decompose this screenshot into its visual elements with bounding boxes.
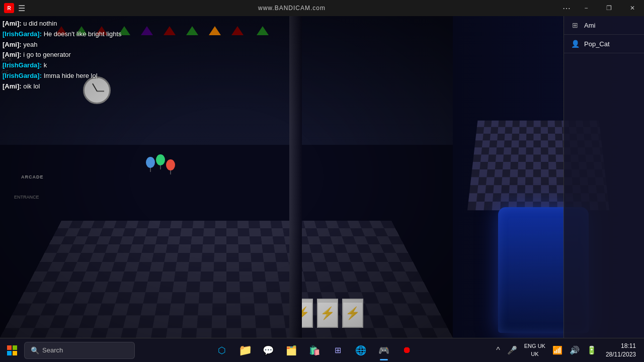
chat-message-4: [Ami]: i go to generator bbox=[3, 50, 122, 60]
svg-rect-3 bbox=[13, 351, 17, 355]
taskbar-roblox-button[interactable]: 🎮 bbox=[373, 339, 395, 361]
wifi-icon[interactable]: 📶 bbox=[550, 343, 565, 357]
chat-sender-5: [IrishGarda]: bbox=[3, 61, 42, 69]
language-display: ENG UK UK bbox=[522, 342, 547, 358]
clock-time: 18:11 bbox=[606, 342, 636, 350]
titlebar-left-section: R ☰ bbox=[0, 3, 25, 13]
window-controls: ⋯ − ❐ ✕ bbox=[558, 0, 644, 16]
svg-rect-0 bbox=[7, 345, 12, 350]
teams-icon: 💬 bbox=[263, 345, 274, 356]
svg-rect-1 bbox=[13, 345, 17, 350]
files-icon: 🗂️ bbox=[286, 345, 297, 356]
explorer-icon: 📁 bbox=[238, 344, 252, 357]
chat-text-5: k bbox=[44, 61, 47, 69]
clock-display[interactable]: 18:11 28/11/2023 bbox=[602, 342, 640, 359]
player-1-icon: ⊞ bbox=[570, 20, 580, 30]
chat-text-3: yeah bbox=[23, 41, 37, 48]
battery-taskbar-icon[interactable]: 🔋 bbox=[585, 343, 599, 357]
chat-sender-3: [Ami]: bbox=[3, 41, 22, 48]
arcade-sign: ARCADE bbox=[21, 174, 44, 179]
chat-message-6: [IrishGarda]: Imma hide here lol bbox=[3, 71, 122, 81]
taskbar-files-button[interactable]: 🗂️ bbox=[280, 339, 302, 361]
players-panel: ⊞ Ami 👤 Pop_Cat bbox=[564, 16, 644, 338]
player-2-icon: 👤 bbox=[570, 39, 580, 49]
player-entry-1: ⊞ Ami bbox=[564, 16, 644, 35]
svg-rect-2 bbox=[7, 351, 12, 355]
restore-button[interactable]: ❐ bbox=[598, 0, 621, 16]
close-button[interactable]: ✕ bbox=[621, 0, 644, 16]
game-viewport[interactable]: ARCADE ENTRANCE ACK AGE GE ⚡ ⚡ ⚡ bbox=[0, 16, 644, 338]
player-2-name: Pop_Cat bbox=[584, 40, 610, 48]
bing-icon: ⬡ bbox=[218, 345, 226, 356]
chat-sender-4: [Ami]: bbox=[3, 51, 22, 58]
checkered-floor bbox=[0, 221, 453, 338]
taskbar-record-button[interactable]: ⏺ bbox=[396, 339, 418, 361]
balloon-blue bbox=[146, 157, 155, 168]
edge-icon: 🌐 bbox=[355, 345, 366, 356]
hud-battery-icons: ⚡ ⚡ ⚡ bbox=[292, 299, 363, 328]
taskbar: 🔍 Search ⬡ 📁 💬 🗂️ 🛍️ ⊞ 🌐 bbox=[0, 338, 644, 362]
locale-code: UK bbox=[524, 350, 545, 358]
chevron-up-icon[interactable]: ^ bbox=[494, 344, 502, 357]
chat-text-6: Imma hide here lol bbox=[44, 72, 98, 79]
language-code: ENG UK bbox=[524, 342, 545, 350]
minimize-button[interactable]: − bbox=[575, 0, 598, 16]
search-icon: 🔍 bbox=[31, 346, 39, 354]
roblox-taskbar-icon: 🎮 bbox=[378, 345, 389, 356]
taskbar-teams-button[interactable]: 💬 bbox=[257, 339, 279, 361]
volume-icon[interactable]: 🔊 bbox=[568, 343, 582, 357]
titlebar: R ☰ www.BANDICAM.com ⋯ − ❐ ✕ bbox=[0, 0, 644, 16]
system-tray: ^ 🎤 ENG UK UK 📶 🔊 🔋 18:11 28/11/2023 bbox=[494, 342, 644, 359]
search-input[interactable]: Search bbox=[42, 346, 63, 354]
taskbar-apps: ⬡ 📁 💬 🗂️ 🛍️ ⊞ 🌐 🎮 ⏺ bbox=[135, 339, 494, 361]
chat-message-1: [Ami]: u did nothin bbox=[3, 19, 122, 29]
chat-text-2: He doesn't like bright lights bbox=[44, 30, 122, 38]
chat-sender-2: [IrishGarda]: bbox=[3, 30, 42, 38]
chat-text-1: u did nothin bbox=[23, 20, 57, 27]
battery-icon-2: ⚡ bbox=[317, 299, 338, 328]
player-entry-2: 👤 Pop_Cat bbox=[564, 35, 644, 53]
chat-overlay: [Ami]: u did nothin [IrishGarda]: He doe… bbox=[3, 19, 122, 92]
chat-message-7: [Ami]: oik lol bbox=[3, 81, 122, 92]
taskbar-explorer-button[interactable]: 📁 bbox=[234, 339, 256, 361]
chat-message-3: [Ami]: yeah bbox=[3, 40, 122, 50]
chat-text-7: oik lol bbox=[23, 82, 40, 90]
chat-icon[interactable]: ☰ bbox=[18, 4, 25, 13]
chat-sender-6: [IrishGarda]: bbox=[3, 72, 42, 79]
search-bar[interactable]: 🔍 Search bbox=[24, 342, 135, 359]
player-1-name: Ami bbox=[584, 22, 595, 29]
taskbar-appgrid-button[interactable]: ⊞ bbox=[327, 339, 349, 361]
clock-date: 28/11/2023 bbox=[606, 350, 636, 359]
record-icon: ⏺ bbox=[403, 345, 412, 355]
appgrid-icon: ⊞ bbox=[335, 345, 341, 355]
entrance-sign: ENTRANCE bbox=[14, 195, 39, 200]
taskbar-store-button[interactable]: 🛍️ bbox=[303, 339, 326, 361]
balloon-green bbox=[156, 154, 165, 165]
more-options-icon[interactable]: ⋯ bbox=[558, 0, 575, 16]
center-wall-pillar bbox=[289, 16, 302, 338]
taskbar-bing-button[interactable]: ⬡ bbox=[211, 339, 233, 361]
store-icon: 🛍️ bbox=[309, 345, 320, 356]
roblox-logo-icon: R bbox=[4, 3, 14, 13]
start-button[interactable] bbox=[0, 338, 24, 363]
chat-message-5: [IrishGarda]: k bbox=[3, 60, 122, 71]
battery-icon-3: ⚡ bbox=[342, 299, 363, 328]
taskbar-edge-button[interactable]: 🌐 bbox=[350, 339, 372, 361]
chat-sender-1: [Ami]: bbox=[3, 20, 22, 27]
game-background: ARCADE ENTRANCE ACK AGE GE ⚡ ⚡ ⚡ bbox=[0, 16, 644, 338]
microphone-icon[interactable]: 🎤 bbox=[505, 343, 519, 357]
chat-sender-7: [Ami]: bbox=[3, 82, 22, 90]
chat-message-2: [IrishGarda]: He doesn't like bright lig… bbox=[3, 29, 122, 40]
balloon-red bbox=[166, 159, 175, 170]
chat-text-4: i go to generator bbox=[23, 51, 71, 58]
bandicam-watermark: www.BANDICAM.com bbox=[258, 5, 326, 12]
